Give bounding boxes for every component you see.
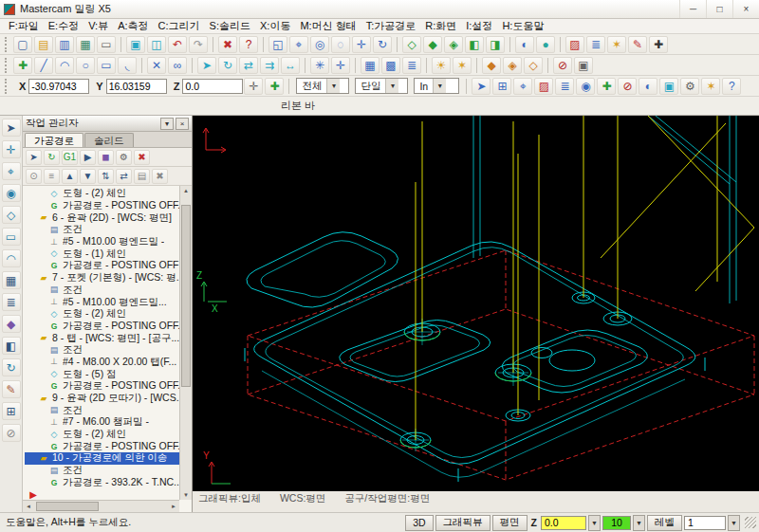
- tree-item[interactable]: ▤조건: [25, 224, 179, 236]
- level-button[interactable]: 레벨: [647, 515, 682, 531]
- tree-item[interactable]: G가공경로 - 393.2K - T.NC...: [25, 477, 179, 489]
- remove-op-icon[interactable]: ✖: [152, 169, 168, 184]
- panel-menu-icon[interactable]: ▾: [160, 118, 174, 130]
- tree-item[interactable]: ◇도형 - (2) 체인: [25, 308, 179, 321]
- attr-level-icon[interactable]: ≣: [586, 36, 605, 53]
- chevron-down-icon[interactable]: ▼: [588, 515, 601, 531]
- create-point-icon[interactable]: ✚: [13, 57, 32, 74]
- panel-close-icon[interactable]: ×: [176, 118, 189, 130]
- toolpath-off-icon[interactable]: ⊘: [553, 57, 572, 74]
- scroll-left-icon[interactable]: ◄: [23, 501, 34, 512]
- selection-mode-combo[interactable]: 전체 ▾: [296, 78, 349, 94]
- zoom-window-icon[interactable]: ◱: [268, 36, 287, 53]
- sketch-circle-icon[interactable]: ◉: [2, 184, 21, 202]
- tree-item[interactable]: ◇도형 - (2) 체인: [25, 429, 179, 441]
- select-all-ops-icon[interactable]: ➤: [26, 150, 42, 165]
- scroll-up-icon[interactable]: ▲: [180, 188, 192, 193]
- attr-point-style-icon[interactable]: ✶: [607, 36, 626, 53]
- new-file-icon[interactable]: ▢: [13, 36, 32, 53]
- tree-item[interactable]: G가공경로 - POSTING OFF...: [25, 321, 179, 333]
- menu-item-2[interactable]: V:뷰: [83, 19, 113, 33]
- tree-item[interactable]: ◇도형 - (5) 점: [25, 368, 179, 380]
- backplot-icon[interactable]: ▶: [80, 150, 96, 165]
- tree-item[interactable]: ▤조건: [25, 344, 179, 357]
- tab-toolpaths[interactable]: 가공경로: [25, 133, 83, 147]
- tree-item[interactable]: ▰7 - 포켓 (기본형) - [WCS: 평...: [25, 272, 179, 284]
- levels-tool-icon[interactable]: ≣: [2, 293, 21, 311]
- tree-item[interactable]: ▤조건: [25, 284, 179, 297]
- rotate-tool-icon[interactable]: ↻: [2, 358, 21, 376]
- gview-wireframe-icon[interactable]: ◇: [402, 36, 421, 53]
- select-help-icon[interactable]: ?: [722, 78, 741, 95]
- point-position-icon[interactable]: ✛: [244, 78, 263, 95]
- save-file-icon[interactable]: ▥: [55, 36, 74, 53]
- tree-item[interactable]: G가공경로 - POSTING OFF: [25, 260, 179, 272]
- move-up-icon[interactable]: ▲: [62, 169, 78, 184]
- tree-item[interactable]: ▰6 - 윤곽 (2D) - [WCS: 평면]: [25, 211, 179, 224]
- xform-scale-icon[interactable]: ↔: [281, 57, 300, 74]
- tree-item[interactable]: ⊥#5 - M10.00 평엔드밀...: [25, 296, 179, 308]
- tree-item[interactable]: ◇도형 - (1) 체인: [25, 248, 179, 260]
- analyze-entity-icon[interactable]: ?: [239, 36, 258, 53]
- move-insert-icon[interactable]: ⇅: [98, 169, 114, 184]
- tree-item[interactable]: ▤조건: [25, 404, 179, 416]
- solid-shell-icon[interactable]: ◇: [524, 57, 543, 74]
- repaint-icon[interactable]: ↻: [373, 36, 392, 53]
- pattern-tool-icon[interactable]: ▦: [2, 271, 21, 289]
- chevron-down-icon[interactable]: ▼: [728, 515, 740, 531]
- menu-item-9[interactable]: R:화면: [420, 19, 461, 33]
- menu-item-1[interactable]: E:수정: [44, 19, 83, 33]
- maximize-icon[interactable]: □: [706, 0, 732, 18]
- tree-item[interactable]: ▰8 - 탭 - [WCS: 평면] - [공구...: [25, 332, 179, 344]
- chevron-down-icon[interactable]: ▼: [633, 515, 645, 531]
- select-last-icon[interactable]: ◐: [639, 78, 657, 95]
- menu-item-3[interactable]: A:측정: [113, 19, 153, 33]
- delete-entity-icon[interactable]: ✖: [218, 36, 237, 53]
- scroll-down-icon[interactable]: ▼: [180, 492, 192, 498]
- tree-item[interactable]: ▶: [25, 488, 179, 501]
- tree-horizontal-scrollbar[interactable]: ◄ ►: [23, 500, 179, 512]
- rotate-view-icon[interactable]: ◐: [515, 36, 534, 53]
- scrollbar-thumb[interactable]: [181, 205, 191, 387]
- gview-iso-icon[interactable]: ◈: [444, 36, 463, 53]
- post-g1-icon[interactable]: G1: [62, 150, 78, 165]
- menu-item-11[interactable]: H:도움말: [497, 19, 548, 33]
- select-color-icon[interactable]: ▨: [534, 78, 553, 95]
- redo-icon[interactable]: ↷: [189, 36, 208, 53]
- select-entities-icon[interactable]: ◉: [576, 78, 595, 95]
- wireframe-canvas[interactable]: Z X Y: [193, 116, 759, 491]
- units-combo[interactable]: In ▾: [414, 78, 459, 94]
- select-pointer-icon[interactable]: ➤: [472, 78, 491, 95]
- tree-item[interactable]: G가공경로 - POSTING OFF...: [25, 440, 179, 452]
- close-icon[interactable]: ×: [732, 0, 759, 18]
- gview-shaded-icon[interactable]: ◆: [423, 36, 442, 53]
- levels-manager-icon[interactable]: ≣: [402, 57, 421, 74]
- select-validate-icon[interactable]: ✶: [701, 78, 720, 95]
- zoom-target-icon[interactable]: ⌖: [289, 36, 308, 53]
- y-coordinate-input[interactable]: [106, 79, 167, 94]
- solid-extrude-icon[interactable]: ◆: [482, 57, 501, 74]
- pan-icon[interactable]: ✛: [352, 36, 371, 53]
- trim-icon[interactable]: ✕: [147, 57, 166, 74]
- grid-tool-icon[interactable]: ⊞: [2, 402, 21, 420]
- view-3d-button[interactable]: 3D: [405, 515, 433, 531]
- autocursor-icon[interactable]: ✛: [331, 57, 350, 74]
- attr-line-style-icon[interactable]: ✎: [628, 36, 647, 53]
- tree-item[interactable]: G가공경로 - POSTING OFF...: [25, 200, 179, 212]
- menu-item-10[interactable]: I:설정: [461, 19, 497, 33]
- level-number-input[interactable]: [684, 516, 726, 530]
- export-file-icon[interactable]: ▦: [76, 36, 95, 53]
- attr-color-icon[interactable]: ▨: [565, 36, 584, 53]
- gview-front-icon[interactable]: ◨: [486, 36, 505, 53]
- z-depth-input[interactable]: [541, 516, 586, 530]
- unzoom-icon[interactable]: ◌: [331, 36, 350, 53]
- sketch-rect-icon[interactable]: ▭: [2, 228, 21, 246]
- disable-tool-icon[interactable]: ⊘: [2, 424, 21, 442]
- tree-item[interactable]: ▰9 - 윤곽 (2D 모따기) - [WCS...: [25, 393, 179, 405]
- tree-item[interactable]: G가공경로 - POSTING OFF...: [25, 380, 179, 393]
- gview-button[interactable]: 그래픽뷰: [435, 515, 491, 531]
- create-arc-icon[interactable]: ◠: [55, 57, 74, 74]
- plane-button[interactable]: 평면: [492, 515, 528, 531]
- tree-item[interactable]: ⊥#4 - M8.00 X 20.00 탭(F...: [25, 357, 179, 369]
- resize-grip[interactable]: [745, 517, 756, 528]
